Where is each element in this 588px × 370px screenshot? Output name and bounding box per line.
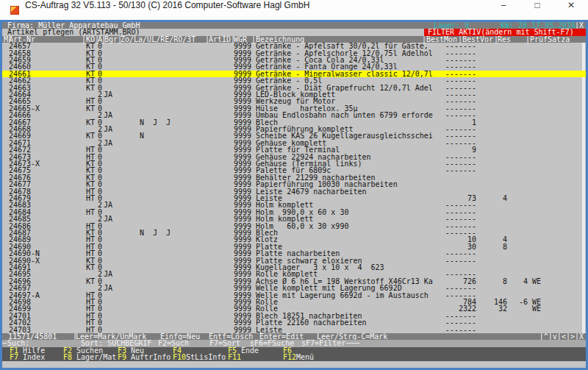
cell-bestvor: 8 xyxy=(503,243,507,250)
cell-ko: HT xyxy=(86,195,95,202)
cell-bestvor: 4 xyxy=(503,195,507,202)
cell-ko: HT xyxy=(86,327,95,333)
column-separator: | xyxy=(118,36,122,43)
cell-res: -6 xyxy=(519,299,528,305)
fkey-label-f11: F11 xyxy=(228,353,241,361)
cell-bestmon: ------- xyxy=(445,327,476,333)
cell-bestvor: 8 xyxy=(503,278,507,285)
column-header-res: Res xyxy=(498,36,511,43)
cell-bgr: JA xyxy=(104,285,112,291)
cell-bgr: JA xyxy=(104,271,112,277)
nav-indicators[interactable]: |^|v|<|>|X xyxy=(539,333,584,340)
fkey-action-f7: Index xyxy=(23,353,45,361)
cell-bestvor: 32 xyxy=(498,305,507,312)
column-separator: | xyxy=(494,36,498,43)
minimize-button[interactable]: – xyxy=(487,0,520,20)
cell-pruefsatz: WE xyxy=(532,305,541,312)
cell-bestmon: ------- xyxy=(445,167,476,174)
cell-wgr: 9999 xyxy=(234,327,251,333)
cell-pruefsatz: WE xyxy=(532,278,541,285)
cell-zola: N J J xyxy=(140,119,171,126)
function-key-bar-2: F7 IndexF8 Lager/MatF9 AuftrInfoF10StLis… xyxy=(2,354,586,360)
column-separator: | xyxy=(205,36,209,43)
column-header-artid: ArtID xyxy=(209,36,231,43)
fkey-label-f12: F12 xyxy=(283,353,296,361)
maximize-button[interactable]: □ xyxy=(520,0,554,20)
cell-bgr: JA xyxy=(104,112,112,118)
terminal-close-x[interactable]: |X xyxy=(575,22,584,29)
cell-bgr: JA xyxy=(104,202,112,208)
fkey-f12[interactable]: F12Menü xyxy=(283,354,314,360)
cell-zola: N J J xyxy=(140,230,171,236)
cell-ko: KT xyxy=(86,132,95,139)
fkey-action-f10: StLisInfo xyxy=(186,353,226,361)
cell-zola: N xyxy=(140,132,144,139)
cell-ko: HT xyxy=(86,209,95,216)
fkey-label-f9: F9 xyxy=(118,353,131,361)
cell-bestmon: ------- xyxy=(445,257,476,264)
search-line-tail: ─── xyxy=(346,340,359,346)
search-hint: sF7=Filter xyxy=(301,340,345,346)
cell-artnr: 24703 xyxy=(9,327,31,333)
cell-bgr: JA xyxy=(104,126,112,132)
column-header-bgr: Bgr xyxy=(104,36,118,43)
fkey-f8[interactable]: F8 Lager/Mat xyxy=(63,354,116,360)
table-row[interactable]: 24703HT09999Leiste------- xyxy=(2,327,586,333)
fkey-label-f8: F8 xyxy=(63,353,76,361)
window-titlebar[interactable]: CS-Auftrag 32 V5.113 - 50/130 (C) 2016 C… xyxy=(0,0,588,20)
app-icon xyxy=(10,6,19,15)
close-button[interactable]: ✕ xyxy=(554,0,588,20)
cell-a: 0 xyxy=(98,327,102,333)
fkey-f11[interactable]: F11 xyxy=(228,354,241,360)
cell-bezeichnung: Leiste xyxy=(256,327,282,333)
window-title: CS-Auftrag 32 V5.113 - 50/130 (C) 2016 C… xyxy=(25,0,309,10)
cell-bezeichnung: Umbau Endlosbahn nach unten 6799 erforde xyxy=(256,112,433,118)
fkey-label-f10: F10 xyxy=(173,353,186,361)
cell-ko: KT xyxy=(86,264,95,271)
cell-ko: KT xyxy=(86,278,95,285)
fkey-action-f8: Lager/Mat xyxy=(76,353,116,361)
fkey-action-f12: Menü xyxy=(296,353,314,361)
column-header-zolaulrero3t: Zo/La/UL/RE/RO/3T xyxy=(121,36,196,43)
fkey-f10[interactable]: F10StLisInfo xyxy=(173,354,226,360)
search-line-dash: ─ xyxy=(2,340,7,346)
cell-bgr: JA xyxy=(104,140,112,146)
cell-bgr: JA xyxy=(104,216,112,222)
app-window: CS-Auftrag 32 V5.113 - 50/130 (C) 2016 C… xyxy=(0,0,588,370)
cell-res: 4 xyxy=(523,278,528,285)
fkey-action-f5: Ende xyxy=(241,346,259,355)
cell-ko: KT xyxy=(86,119,95,126)
column-separator: | xyxy=(526,36,530,43)
column-header-prfsatza: PrüfSatza xyxy=(530,36,570,43)
fkey-f9[interactable]: F9 AuftrInfo xyxy=(118,354,171,360)
fkey-label-f7: F7 xyxy=(10,353,23,361)
cell-bgr: JA xyxy=(104,91,112,98)
cell-ko: KT xyxy=(86,105,95,112)
fkey-f7[interactable]: F7 Index xyxy=(10,354,45,360)
cell-ko: KT xyxy=(86,85,95,91)
cell-bezeichnung: Welle mit Lagerung 6692d - im Austausch xyxy=(256,292,429,299)
fkey-action-f9: AuftrInfo xyxy=(131,353,171,361)
terminal-screen: Firma: Müller Apparatebau GmbH Lager: 0 … xyxy=(2,22,586,368)
